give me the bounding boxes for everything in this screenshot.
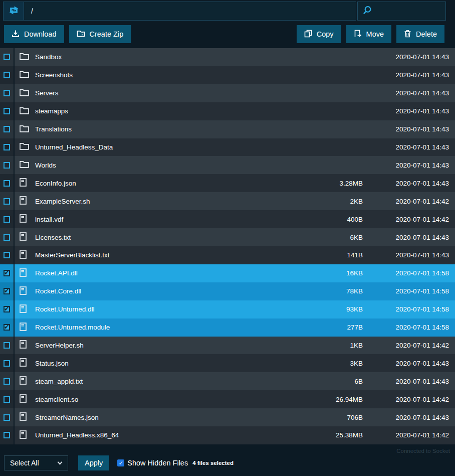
- row-checkbox[interactable]: [4, 234, 10, 241]
- row-checkbox-cell[interactable]: [0, 354, 15, 372]
- file-size: 2KB: [308, 198, 363, 205]
- row-checkbox-cell[interactable]: [0, 337, 15, 355]
- file-row[interactable]: Licenses.txt 6KB 2020-07-01 14:43: [0, 228, 455, 246]
- delete-label: Delete: [416, 30, 437, 38]
- file-size: 16KB: [308, 269, 363, 277]
- file-row[interactable]: Sandbox 2020-07-01 14:43: [0, 48, 455, 66]
- file-icon: [20, 286, 27, 296]
- row-checkbox-cell[interactable]: [0, 319, 15, 337]
- file-name: install.vdf: [35, 216, 308, 223]
- delete-button[interactable]: Delete: [396, 25, 444, 43]
- row-checkbox-cell[interactable]: [0, 372, 15, 390]
- file-icon: [20, 412, 27, 422]
- row-checkbox-cell[interactable]: [0, 426, 15, 444]
- row-checkbox-cell[interactable]: [0, 228, 15, 246]
- copy-button[interactable]: Copy: [297, 25, 341, 43]
- row-checkbox-cell[interactable]: [0, 408, 15, 426]
- folder-icon: [20, 161, 29, 170]
- file-row[interactable]: Servers 2020-07-01 14:43: [0, 84, 455, 102]
- row-checkbox-cell[interactable]: [0, 210, 15, 228]
- select-all-dropdown[interactable]: Select All: [4, 455, 68, 470]
- row-checkbox[interactable]: [4, 360, 10, 367]
- row-checkbox[interactable]: [4, 108, 10, 114]
- row-checkbox[interactable]: [4, 72, 10, 78]
- file-row[interactable]: StreamerNames.json 706B 2020-07-01 14:43: [0, 408, 455, 426]
- row-checkbox[interactable]: [4, 342, 10, 349]
- file-name: Translations: [35, 125, 308, 133]
- row-checkbox-cell[interactable]: [0, 300, 15, 319]
- row-checkbox-cell[interactable]: [0, 66, 15, 84]
- file-row[interactable]: Rocket.Unturned.module 277B 2020-07-01 1…: [0, 319, 455, 337]
- row-checkbox[interactable]: [4, 270, 10, 276]
- row-checkbox-cell[interactable]: [0, 264, 15, 282]
- file-date: 2020-07-01 14:58: [363, 324, 455, 331]
- file-row[interactable]: Translations 2020-07-01 14:43: [0, 120, 455, 138]
- row-checkbox-cell[interactable]: [0, 156, 15, 174]
- show-hidden-toggle[interactable]: ✓ Show Hidden Files 4 files selected: [117, 459, 234, 467]
- copy-icon: [304, 30, 312, 39]
- file-actions-toolbar: Download Create Zip Copy Move: [4, 25, 444, 43]
- file-date: 2020-07-01 14:43: [363, 180, 455, 187]
- search-input[interactable]: [375, 7, 440, 15]
- file-row[interactable]: Worlds 2020-07-01 14:43: [0, 156, 455, 174]
- row-checkbox-cell[interactable]: [0, 246, 15, 264]
- row-checkbox[interactable]: [4, 162, 10, 169]
- row-checkbox-cell[interactable]: [0, 138, 15, 156]
- row-checkbox[interactable]: [4, 252, 10, 258]
- app-logo[interactable]: [4, 2, 24, 20]
- file-name: Servers: [35, 89, 308, 97]
- file-date: 2020-07-01 14:42: [363, 216, 455, 223]
- file-row[interactable]: Screenshots 2020-07-01 14:43: [0, 66, 455, 84]
- row-checkbox[interactable]: [4, 306, 10, 312]
- row-checkbox[interactable]: [4, 414, 10, 421]
- selected-count: 4 files selected: [192, 460, 234, 466]
- file-date: 2020-07-01 14:43: [363, 234, 455, 241]
- file-row[interactable]: Rocket.API.dll 16KB 2020-07-01 14:58: [0, 264, 455, 282]
- file-row[interactable]: Rocket.Unturned.dll 93KB 2020-07-01 14:5…: [0, 300, 455, 319]
- apply-button[interactable]: Apply: [78, 455, 109, 470]
- row-checkbox-cell[interactable]: [0, 174, 15, 192]
- row-checkbox[interactable]: [4, 432, 10, 438]
- file-row[interactable]: steamclient.so 26.94MB 2020-07-01 14:42: [0, 390, 455, 408]
- file-row[interactable]: MasterServerBlacklist.txt 141B 2020-07-0…: [0, 246, 455, 264]
- row-checkbox[interactable]: [4, 378, 10, 385]
- search-box[interactable]: [357, 2, 446, 21]
- row-checkbox[interactable]: [4, 54, 10, 60]
- file-name: steamclient.so: [35, 396, 308, 403]
- row-checkbox[interactable]: [4, 198, 10, 205]
- row-checkbox-cell[interactable]: [0, 84, 15, 102]
- row-checkbox[interactable]: [4, 126, 10, 132]
- file-row[interactable]: Unturned_Headless.x86_64 25.38MB 2020-07…: [0, 426, 455, 444]
- create-zip-button[interactable]: Create Zip: [69, 25, 131, 43]
- file-row[interactable]: Rocket.Core.dll 78KB 2020-07-01 14:58: [0, 282, 455, 300]
- row-checkbox-cell[interactable]: [0, 390, 15, 408]
- file-row[interactable]: steam_appid.txt 6B 2020-07-01 14:43: [0, 372, 455, 390]
- file-row[interactable]: steamapps 2020-07-01 14:43: [0, 102, 455, 120]
- file-name: ServerHelper.sh: [35, 342, 308, 349]
- row-checkbox-cell[interactable]: [0, 282, 15, 300]
- row-checkbox[interactable]: [4, 288, 10, 294]
- file-row[interactable]: install.vdf 400B 2020-07-01 14:42: [0, 210, 455, 228]
- move-button[interactable]: Move: [346, 25, 391, 43]
- folder-icon: [20, 125, 29, 134]
- row-checkbox-cell[interactable]: [0, 192, 15, 210]
- file-row[interactable]: Status.json 3KB 2020-07-01 14:43: [0, 354, 455, 372]
- file-row[interactable]: Unturned_Headless_Data 2020-07-01 14:43: [0, 138, 455, 156]
- download-button[interactable]: Download: [4, 25, 64, 43]
- row-checkbox[interactable]: [4, 216, 10, 223]
- path-input[interactable]: /: [24, 2, 356, 20]
- row-checkbox-cell[interactable]: [0, 102, 15, 120]
- file-row[interactable]: EconInfo.json 3.28MB 2020-07-01 14:43: [0, 174, 455, 192]
- file-row[interactable]: ServerHelper.sh 1KB 2020-07-01 14:42: [0, 337, 455, 355]
- row-checkbox[interactable]: [4, 144, 10, 150]
- file-name: Status.json: [35, 360, 308, 367]
- row-checkbox-cell[interactable]: [0, 120, 15, 138]
- row-checkbox[interactable]: [4, 324, 10, 331]
- file-list: Sandbox 2020-07-01 14:43 Screenshots 202: [0, 48, 455, 444]
- row-checkbox[interactable]: [4, 90, 10, 96]
- row-checkbox[interactable]: [4, 180, 10, 187]
- show-hidden-checkbox[interactable]: ✓: [117, 459, 124, 466]
- file-row[interactable]: ExampleServer.sh 2KB 2020-07-01 14:42: [0, 192, 455, 210]
- row-checkbox[interactable]: [4, 396, 10, 403]
- row-checkbox-cell[interactable]: [0, 48, 15, 66]
